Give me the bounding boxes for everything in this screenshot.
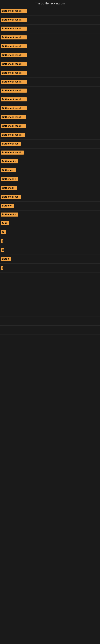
bottleneck-row-13: Bottleneck result <box>0 122 100 131</box>
bottleneck-badge-29: | <box>1 266 3 270</box>
bottleneck-row-30 <box>0 272 100 281</box>
bottleneck-list: Bottleneck resultBottleneck resultBottle… <box>0 7 100 343</box>
bottleneck-badge-21: Bottleneck res <box>1 195 21 199</box>
bottleneck-row-12: Bottleneck result <box>0 113 100 122</box>
bottleneck-badge-8: Bottleneck result <box>1 80 27 84</box>
bottleneck-row-3: Bottleneck result <box>0 34 100 42</box>
bottleneck-row-9: Bottleneck result <box>0 86 100 96</box>
bottleneck-badge-22: Bottlene <box>1 204 14 208</box>
bottleneck-row-24: Bott <box>0 219 100 228</box>
bottleneck-row-17: Bottleneck r <box>0 158 100 166</box>
bottleneck-badge-0: Bottleneck result <box>1 9 27 13</box>
bottleneck-row-19: Bottleneck r <box>0 175 100 184</box>
bottleneck-row-22: Bottlene <box>0 202 100 210</box>
bottleneck-row-2: Bottleneck result <box>0 24 100 34</box>
bottleneck-badge-15: Bottleneck res <box>1 142 21 146</box>
bottleneck-row-32 <box>0 290 100 299</box>
bottleneck-row-23: Bottleneck r <box>0 210 100 219</box>
site-title: TheBottlenecker.com <box>0 0 100 7</box>
bottleneck-badge-20: Bottleneck <box>1 186 17 190</box>
bottleneck-badge-26: | <box>1 239 3 243</box>
bottleneck-badge-5: Bottleneck result <box>1 53 27 57</box>
bottleneck-row-5: Bottleneck result <box>0 51 100 60</box>
bottleneck-row-6: Bottleneck result <box>0 60 100 69</box>
bottleneck-badge-12: Bottleneck result <box>1 115 26 119</box>
bottleneck-row-33 <box>0 299 100 308</box>
bottleneck-badge-10: Bottleneck result <box>1 98 27 102</box>
bottleneck-row-28: Bottle <box>0 255 100 264</box>
bottleneck-row-14: Bottleneck result <box>0 131 100 140</box>
bottleneck-row-8: Bottleneck result <box>0 78 100 86</box>
bottleneck-badge-3: Bottleneck result <box>1 36 27 40</box>
bottleneck-badge-24: Bott <box>1 222 9 226</box>
bottleneck-badge-9: Bottleneck result <box>1 88 27 92</box>
bottleneck-row-37 <box>0 334 100 343</box>
bottleneck-row-31 <box>0 281 100 290</box>
bottleneck-row-4: Bottleneck result <box>0 42 100 51</box>
bottleneck-badge-14: Bottleneck result <box>1 133 25 137</box>
bottleneck-row-29: | <box>0 264 100 272</box>
bottleneck-badge-25: Bo <box>1 230 6 234</box>
bottleneck-row-11: Bottleneck result <box>0 104 100 113</box>
bottleneck-row-26: | <box>0 237 100 246</box>
bottleneck-badge-7: Bottleneck result <box>1 71 27 75</box>
bottleneck-badge-13: Bottleneck result <box>1 124 26 128</box>
bottleneck-row-25: Bo <box>0 228 100 237</box>
bottleneck-row-20: Bottleneck <box>0 184 100 193</box>
bottleneck-badge-19: Bottleneck r <box>1 177 18 181</box>
bottleneck-row-18: Bottlenec <box>0 166 100 175</box>
bottleneck-badge-16: Bottleneck result <box>1 150 24 154</box>
bottleneck-badge-17: Bottleneck r <box>1 160 18 164</box>
bottleneck-badge-1: Bottleneck result <box>1 18 27 22</box>
bottleneck-row-35 <box>0 317 100 326</box>
bottleneck-badge-28: Bottle <box>1 257 11 261</box>
bottleneck-badge-23: Bottleneck r <box>1 212 18 216</box>
bottleneck-row-21: Bottleneck res <box>0 193 100 202</box>
bottleneck-badge-27: B <box>1 248 4 252</box>
bottleneck-row-10: Bottleneck result <box>0 96 100 104</box>
bottleneck-row-7: Bottleneck result <box>0 69 100 78</box>
bottleneck-row-15: Bottleneck res <box>0 140 100 148</box>
bottleneck-row-27: B <box>0 246 100 255</box>
bottleneck-row-1: Bottleneck result <box>0 16 100 24</box>
bottleneck-badge-2: Bottleneck result <box>1 26 27 30</box>
bottleneck-row-36 <box>0 326 100 334</box>
bottleneck-badge-11: Bottleneck result <box>1 106 27 110</box>
bottleneck-row-16: Bottleneck result <box>0 148 100 158</box>
bottleneck-badge-6: Bottleneck result <box>1 62 27 66</box>
bottleneck-badge-18: Bottlenec <box>1 168 16 172</box>
bottleneck-row-0: Bottleneck result <box>0 7 100 16</box>
bottleneck-badge-4: Bottleneck result <box>1 44 27 48</box>
bottleneck-row-34 <box>0 308 100 317</box>
